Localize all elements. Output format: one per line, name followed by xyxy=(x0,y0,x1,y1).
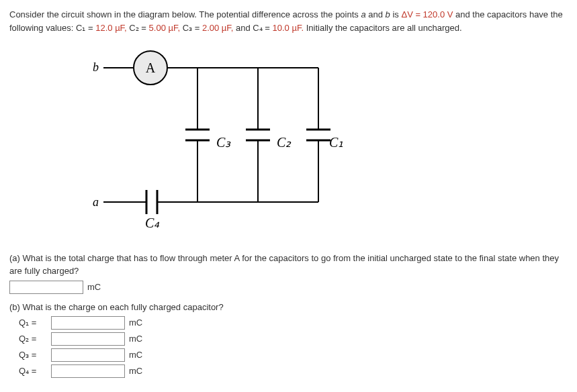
q4-input[interactable] xyxy=(51,364,125,378)
c1-label: C₁ = xyxy=(76,23,95,33)
answer-a-unit: mC xyxy=(87,281,101,294)
q1-unit: mC xyxy=(129,316,142,330)
c1-value: 12.0 µF, xyxy=(95,23,127,33)
q2-unit: mC xyxy=(129,332,142,346)
text: and xyxy=(366,9,386,19)
text: is xyxy=(390,9,402,19)
delta-v-value: ΔV = 120.0 V xyxy=(401,9,453,19)
c2-label: C₂ = xyxy=(127,23,149,33)
text: Consider the circuit shown in the diagra… xyxy=(9,9,361,19)
question-b: (b) What is the charge on each fully cha… xyxy=(9,301,568,379)
text: Initially the capacitors are all uncharg… xyxy=(304,23,462,33)
node-a-label: a xyxy=(93,195,99,209)
var-a: a xyxy=(361,9,365,19)
q2-label: Q₂ = xyxy=(19,332,47,346)
question-a-text: (a) What is the total charge that has to… xyxy=(9,252,568,278)
q4-label: Q₄ = xyxy=(19,364,47,378)
c3-value: 2.00 µF, xyxy=(202,23,234,33)
q2-input[interactable] xyxy=(51,332,125,346)
var-b: b xyxy=(386,9,390,19)
question-b-text: (b) What is the charge on each fully cha… xyxy=(9,301,568,314)
q1-input[interactable] xyxy=(51,316,125,330)
node-b-label: b xyxy=(93,60,99,74)
q1-label: Q₁ = xyxy=(19,316,47,330)
q3-label: Q₃ = xyxy=(19,348,47,362)
c4-label: and C₄ = xyxy=(233,23,272,33)
problem-statement: Consider the circuit shown in the diagra… xyxy=(9,8,568,34)
cap-c4-label: C₄ xyxy=(145,215,160,230)
q4-unit: mC xyxy=(129,364,142,378)
cap-c1-label: C₁ xyxy=(329,135,343,150)
c4-value: 10.0 µF. xyxy=(273,23,304,33)
question-a: (a) What is the total charge that has to… xyxy=(9,252,568,294)
c2-value: 5.00 µF, xyxy=(149,23,181,33)
circuit-diagram: b A C₃ C₂ C₁ a C₄ xyxy=(83,48,568,240)
c3-label: C₃ = xyxy=(180,23,202,33)
q3-unit: mC xyxy=(129,348,142,362)
cap-c3-label: C₃ xyxy=(216,135,231,150)
answer-a-input[interactable] xyxy=(9,281,83,294)
q3-input[interactable] xyxy=(51,348,125,362)
cap-c2-label: C₂ xyxy=(277,135,292,150)
meter-a-label: A xyxy=(146,60,156,75)
